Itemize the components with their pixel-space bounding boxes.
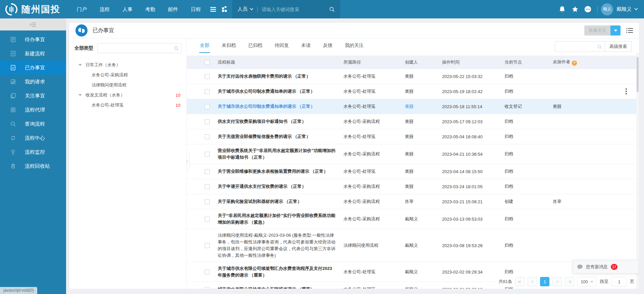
tree-node-document-flow[interactable]: 收发文流程（水务） 10: [74, 90, 182, 100]
sidebar-item-query[interactable]: 查询流程: [0, 117, 66, 131]
notification-bell-icon[interactable]: [556, 0, 569, 18]
flow-title-link[interactable]: 营业部收费系统关于“非居民用水超定额累计加价”功能增加的项目中标通知书 （正常）: [212, 147, 343, 161]
flow-title-link[interactable]: 城市供水有限公司抄表中心车辆维修请示 （重要）: [212, 286, 343, 289]
sidebar-item-todo[interactable]: 待办事宜: [0, 32, 66, 47]
batch-follow-dropdown[interactable]: [610, 25, 621, 35]
row-checkbox[interactable]: [205, 74, 210, 79]
tab-archived[interactable]: 已归档: [248, 39, 263, 53]
table-row[interactable]: 营业部收费系统关于“非居民用水超定额累计加价”功能增加的项目中标通知书 （正常）…: [187, 144, 639, 164]
favorites-star-icon[interactable]: [569, 0, 581, 18]
app-grid-icon[interactable]: [219, 0, 230, 18]
more-options-icon[interactable]: [581, 0, 594, 18]
vertical-scrollbar[interactable]: [636, 53, 639, 289]
search-scope-selector[interactable]: 人员: [237, 6, 253, 12]
flow-title-link[interactable]: 关于营业部维修和更换水表检验装置费用的请示 （正常）: [212, 168, 343, 175]
sidebar-item-new-flow[interactable]: 新建流程: [0, 47, 66, 61]
sidebar-item-done[interactable]: 已办事宜: [0, 61, 66, 75]
top-menu-item[interactable]: 邮件: [162, 0, 184, 18]
tree-node-daily-work[interactable]: 日常工作（水务）: [74, 60, 182, 70]
user-menu-chevron-icon[interactable]: [634, 8, 638, 10]
global-search-input[interactable]: [262, 7, 329, 12]
tree-node-legal-counsel-flow[interactable]: 法律顾问使用流程: [74, 80, 182, 90]
row-checkbox[interactable]: [205, 134, 210, 139]
table-row[interactable]: 关于采购化验室试剂和器材的请示 （正常） 水务公司-采购流程 肖举 2023-0…: [187, 194, 639, 209]
tab-pending-reply[interactable]: 待回复: [274, 39, 289, 53]
flow-title-link[interactable]: 关于申请开通供水支付宝收费的请示 （正常）: [212, 183, 343, 190]
table-row[interactable]: 关于支付远传水表物联网卡费用的请示 （正常） 水务公司-处理笺 黄丽 2023-…: [187, 69, 639, 84]
sidebar-item-proxy[interactable]: 流程代理: [0, 103, 66, 117]
flow-title-link[interactable]: 关于采购化验室试剂和器材的请示 （正常）: [212, 198, 343, 205]
row-checkbox[interactable]: [205, 243, 210, 248]
tree-node-procurement-flow[interactable]: 水务公司-采购流程: [74, 70, 182, 80]
row-checkbox[interactable]: [205, 270, 210, 275]
user-avatar[interactable]: 顺义: [601, 3, 613, 15]
flow-title-link[interactable]: 法律顾问使用流程-戴顺义-2023-03-06 (服务类型:一般性法律事务，包括…: [212, 232, 343, 259]
top-menu-item[interactable]: 门户: [70, 0, 93, 18]
current-page-button[interactable]: 1: [540, 277, 549, 286]
table-row[interactable]: 关于申请开通供水支付宝收费的请示 （正常） 水务公司-采购流程 黄丽 2023-…: [187, 179, 639, 194]
batch-follow-button[interactable]: 批量关注: [584, 25, 610, 35]
sidebar-item-recycle-bin[interactable]: 流程回收站: [0, 159, 66, 173]
select-all-checkbox[interactable]: [205, 60, 210, 65]
user-name[interactable]: 戴顺义: [616, 6, 632, 12]
page-size-select[interactable]: 100: [577, 277, 597, 286]
table-row[interactable]: 关于“非居民用水超定额累计加价”实行中营业部收费系统功能增加的采购请示 （紧急）…: [187, 209, 639, 229]
tab-my-follow[interactable]: 我的关注: [344, 39, 364, 53]
flow-title-link[interactable]: 关于充值营业部催费短信服务费的请示 （正常）: [212, 133, 343, 140]
flow-title-link[interactable]: 供水支付宝收费采购项目中标通知书 （正常）: [212, 118, 343, 125]
sidebar-item-flow-center[interactable]: 流程中心: [0, 131, 66, 145]
tab-unread[interactable]: 未读: [301, 39, 311, 53]
tab-all[interactable]: 全部: [199, 39, 210, 53]
company-logo[interactable]: 随州国投: [0, 3, 65, 16]
first-page-button[interactable]: [515, 277, 525, 286]
table-row[interactable]: 关于城市供水公司印制水费通知单的请示 （正常） 水务公司-处理笺 黄丽 2023…: [187, 99, 639, 114]
advanced-search-button[interactable]: 高级搜索: [605, 41, 632, 52]
next-page-button[interactable]: [552, 277, 562, 286]
list-search-box[interactable]: [555, 41, 605, 52]
flow-title-link[interactable]: 关于城市供水公司印制水费通知单的请示 （正常）: [212, 103, 343, 110]
jump-page-input[interactable]: [611, 277, 627, 286]
tab-unarchived[interactable]: 未归档: [221, 39, 236, 53]
top-menu-item[interactable]: 人事: [116, 0, 139, 18]
type-search-input[interactable]: [100, 46, 174, 51]
row-checkbox[interactable]: [205, 217, 210, 222]
flow-title-link[interactable]: 关于城市供水公司印制水费通知单的请示 （正常）: [212, 88, 343, 95]
panel-collapse-handle[interactable]: [187, 152, 190, 171]
new-message-toast[interactable]: 您有新消息 17: [573, 260, 639, 274]
help-question-icon[interactable]: ?: [572, 61, 577, 66]
prev-page-button[interactable]: [528, 277, 537, 286]
flow-title-link[interactable]: 关于“非居民用水超定额累计加价”实行中营业部收费系统功能增加的采购请示 （紧急）: [212, 212, 343, 226]
scrollbar-thumb[interactable]: [637, 57, 639, 92]
type-search-box[interactable]: [97, 43, 182, 53]
row-checkbox[interactable]: [205, 119, 210, 124]
table-row[interactable]: 关于城市供水公司印制水费通知单的请示 （正常） 水务公司-处理笺 黄丽 2023…: [187, 84, 639, 99]
table-row[interactable]: 关于充值营业部催费短信服务费的请示 （正常） 水务公司-处理笺 黄丽 2023-…: [187, 129, 639, 144]
flow-title-link[interactable]: 关于支付远传水表物联网卡费用的请示 （正常）: [212, 73, 343, 80]
sidebar-item-monitor[interactable]: 流程监控: [0, 145, 66, 159]
row-checkbox[interactable]: [205, 287, 210, 289]
row-checkbox[interactable]: [205, 152, 210, 157]
sidebar-item-followed[interactable]: 关注事宜: [0, 89, 66, 103]
row-checkbox[interactable]: [205, 184, 210, 189]
view-list-icon[interactable]: [626, 28, 633, 33]
tree-expand-caret-icon[interactable]: [78, 64, 82, 66]
table-row[interactable]: 供水支付宝收费采购项目中标通知书 （正常） 水务公司-采购流程 黄丽 2023-…: [187, 114, 639, 129]
last-page-button[interactable]: [565, 277, 574, 286]
tab-feedback[interactable]: 反馈: [322, 39, 333, 53]
table-row[interactable]: 关于营业部维修和更换水表检验装置费用的请示 （正常） 水务公司-处理笺 黄丽 2…: [187, 164, 639, 179]
top-menu-item[interactable]: 考勤: [139, 0, 162, 18]
row-checkbox[interactable]: [205, 199, 210, 204]
search-icon[interactable]: [329, 6, 335, 12]
row-checkbox[interactable]: [205, 89, 210, 94]
row-checkbox[interactable]: [205, 104, 210, 109]
sidebar-collapse-toggle[interactable]: [0, 18, 66, 30]
tree-node-processing-note[interactable]: 水务公司-处理笺 10: [74, 100, 182, 110]
table-row[interactable]: 法律顾问使用流程-戴顺义-2023-03-06 (服务类型:一般性法律事务，包括…: [187, 229, 639, 262]
top-menu-item[interactable]: 日程: [184, 0, 207, 18]
row-checkbox[interactable]: [205, 169, 210, 174]
tree-expand-caret-icon[interactable]: [78, 94, 82, 96]
hamburger-menu-icon[interactable]: [207, 0, 219, 18]
row-more-menu-icon[interactable]: [624, 87, 628, 96]
list-search-input[interactable]: [558, 44, 597, 49]
flow-title-link[interactable]: 关于城市供水有限公司续签鄂汇办水费查询程序及支付2023年服务费的请示 （重要）: [212, 265, 343, 279]
